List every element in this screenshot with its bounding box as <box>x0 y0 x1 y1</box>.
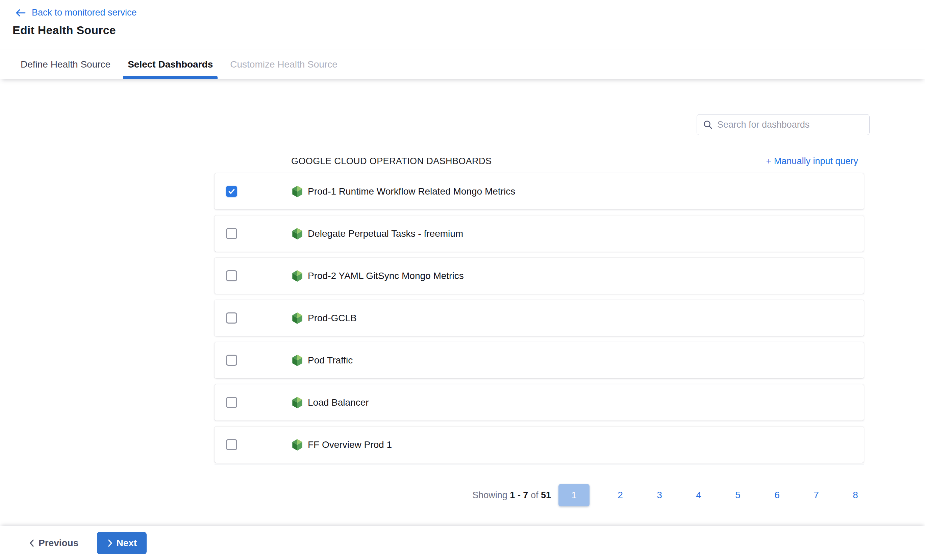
tab-select-dashboards[interactable]: Select Dashboards <box>123 50 218 79</box>
checkbox-cell <box>214 228 237 239</box>
dashboard-checkbox[interactable] <box>226 270 237 282</box>
dashboard-hexagon-icon <box>291 185 303 197</box>
showing-of: of <box>531 490 538 500</box>
dashboard-checkbox[interactable] <box>226 312 237 324</box>
checkbox-cell <box>214 312 237 324</box>
page-title: Edit Health Source <box>12 24 116 37</box>
dashboard-checkbox[interactable] <box>226 186 237 197</box>
dashboard-hexagon-icon <box>291 354 303 366</box>
dashboard-list: Prod-1 Runtime Workflow Related Mongo Me… <box>214 173 864 464</box>
arrow-left-icon <box>15 8 26 18</box>
previous-button[interactable]: Previous <box>29 538 78 548</box>
dashboard-label-cell: Prod-1 Runtime Workflow Related Mongo Me… <box>291 185 515 197</box>
showing-prefix: Showing <box>472 490 508 500</box>
next-button-label: Next <box>116 538 137 548</box>
dashboard-checkbox[interactable] <box>226 355 237 366</box>
checkbox-cell <box>214 270 237 282</box>
dashboard-row[interactable]: Prod-2 YAML GitSync Mongo Metrics <box>214 258 864 294</box>
dashboard-hexagon-icon <box>291 270 303 282</box>
check-icon <box>227 187 236 196</box>
showing-range: 1 - 7 <box>510 490 528 500</box>
dashboard-checkbox[interactable] <box>226 397 237 408</box>
checkbox-cell <box>214 439 237 450</box>
checkbox-cell <box>214 355 237 366</box>
dashboard-label: Prod-2 YAML GitSync Mongo Metrics <box>308 271 464 282</box>
page-button[interactable]: 5 <box>729 484 746 506</box>
dashboard-row[interactable]: Delegate Perpetual Tasks - freemium <box>214 215 864 251</box>
dashboard-hexagon-icon <box>291 228 303 240</box>
dashboard-label-cell: Delegate Perpetual Tasks - freemium <box>291 228 463 240</box>
checkbox-cell <box>214 186 237 197</box>
dashboard-label-cell: Pod Traffic <box>291 354 353 366</box>
dashboard-row[interactable]: Pod Traffic <box>214 342 864 378</box>
chevron-left-icon <box>29 539 35 548</box>
pagination-pages: 12345678 <box>559 484 864 506</box>
dashboard-row[interactable]: FF Overview Prod 1 <box>214 427 864 463</box>
dashboard-label: Load Balancer <box>308 397 369 408</box>
back-link[interactable]: Back to monitored service <box>15 8 137 18</box>
dashboard-label: Delegate Perpetual Tasks - freemium <box>308 228 463 239</box>
footer-bar: Previous Next <box>0 526 925 560</box>
dashboard-row[interactable]: Load Balancer <box>214 384 864 420</box>
dashboard-search[interactable] <box>697 114 869 135</box>
dashboard-label: Prod-1 Runtime Workflow Related Mongo Me… <box>308 186 515 197</box>
pagination: Showing 1 - 7 of 51 12345678 <box>214 484 864 506</box>
dashboard-hexagon-icon <box>291 439 303 451</box>
pagination-summary: Showing 1 - 7 of 51 <box>472 490 551 501</box>
page-header: Back to monitored service Edit Health So… <box>0 0 925 50</box>
dashboard-label: Prod-GCLB <box>308 313 357 324</box>
page-button[interactable]: 8 <box>847 484 864 506</box>
previous-button-label: Previous <box>39 538 78 548</box>
dashboard-label-cell: Prod-GCLB <box>291 312 357 324</box>
dashboard-label-cell: FF Overview Prod 1 <box>291 439 392 451</box>
page-button-active[interactable]: 1 <box>559 484 589 506</box>
list-bottom-divider <box>214 464 864 464</box>
dashboard-label-cell: Load Balancer <box>291 396 369 409</box>
page-button[interactable]: 7 <box>808 484 825 506</box>
dashboard-checkbox[interactable] <box>226 439 237 450</box>
page-button[interactable]: 4 <box>690 484 707 506</box>
page-button[interactable]: 6 <box>768 484 785 506</box>
dashboard-hexagon-icon <box>291 312 303 324</box>
section-title: GOOGLE CLOUD OPERATION DASHBOARDS <box>291 156 491 167</box>
dashboard-checkbox[interactable] <box>226 228 237 239</box>
dashboard-row[interactable]: Prod-1 Runtime Workflow Related Mongo Me… <box>214 173 864 209</box>
dashboard-label-cell: Prod-2 YAML GitSync Mongo Metrics <box>291 270 464 282</box>
tab-define-health-source[interactable]: Define Health Source <box>16 50 115 79</box>
showing-total: 51 <box>541 490 551 500</box>
search-input[interactable] <box>717 114 869 135</box>
dashboard-label: Pod Traffic <box>308 355 353 366</box>
back-link-label[interactable]: Back to monitored service <box>32 8 137 18</box>
next-button[interactable]: Next <box>97 532 147 554</box>
chevron-right-icon <box>107 539 113 548</box>
checkbox-cell <box>214 397 237 408</box>
manually-input-query-link[interactable]: + Manually input query <box>766 156 858 167</box>
search-icon <box>703 120 713 129</box>
dashboard-label: FF Overview Prod 1 <box>308 440 392 450</box>
wizard-tabbar: Define Health Source Select Dashboards C… <box>0 50 925 79</box>
dashboard-hexagon-icon <box>291 396 303 409</box>
dashboard-row[interactable]: Prod-GCLB <box>214 300 864 336</box>
page-button[interactable]: 2 <box>612 484 629 506</box>
page-button[interactable]: 3 <box>651 484 668 506</box>
tab-customize-health-source[interactable]: Customize Health Source <box>225 50 342 79</box>
section-header: GOOGLE CLOUD OPERATION DASHBOARDS + Manu… <box>291 154 858 169</box>
